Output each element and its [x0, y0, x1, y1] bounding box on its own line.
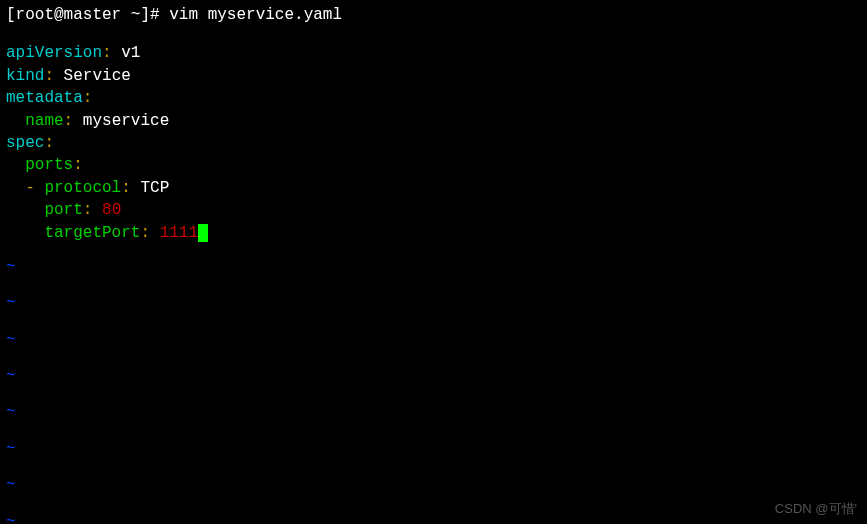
watermark: CSDN @可惜' — [775, 500, 857, 518]
yaml-dash: - — [25, 179, 44, 197]
vim-editor-content[interactable]: apiVersion: v1kind: Servicemetadata: nam… — [6, 42, 861, 244]
yaml-line[interactable]: apiVersion: v1 — [6, 42, 861, 64]
vim-tilde-line: ~ — [6, 438, 861, 460]
vim-tilde-line: ~ — [6, 401, 861, 423]
yaml-colon: : — [121, 179, 131, 197]
yaml-colon: : — [44, 67, 54, 85]
yaml-key: apiVersion — [6, 44, 102, 62]
yaml-value: Service — [54, 67, 131, 85]
yaml-line[interactable]: port: 80 — [6, 199, 861, 221]
yaml-key: metadata — [6, 89, 83, 107]
vim-tilde-line: ~ — [6, 329, 861, 351]
vim-tilde-line: ~ — [6, 511, 861, 524]
yaml-value: 80 — [92, 201, 121, 219]
vim-tilde-line: ~ — [6, 256, 861, 278]
yaml-key: spec — [6, 134, 44, 152]
yaml-line[interactable]: kind: Service — [6, 65, 861, 87]
shell-prompt-line: [root@master ~]# vim myservice.yaml — [6, 4, 861, 26]
yaml-line[interactable]: spec: — [6, 132, 861, 154]
yaml-colon: : — [73, 156, 83, 174]
yaml-key: kind — [6, 67, 44, 85]
vim-tilde-line: ~ — [6, 292, 861, 314]
yaml-line[interactable]: name: myservice — [6, 110, 861, 132]
yaml-colon: : — [83, 89, 93, 107]
yaml-value: 1111 — [150, 224, 198, 242]
yaml-colon: : — [102, 44, 112, 62]
yaml-key: port — [44, 201, 82, 219]
yaml-key: targetPort — [44, 224, 140, 242]
yaml-colon: : — [44, 134, 54, 152]
yaml-colon: : — [140, 224, 150, 242]
prompt-text: [root@master ~]# vim myservice.yaml — [6, 6, 342, 24]
yaml-value: myservice — [73, 112, 169, 130]
yaml-key: name — [25, 112, 63, 130]
yaml-key: protocol — [44, 179, 121, 197]
vim-tilde-line: ~ — [6, 365, 861, 387]
yaml-colon: : — [64, 112, 74, 130]
yaml-line[interactable]: metadata: — [6, 87, 861, 109]
yaml-key: ports — [25, 156, 73, 174]
vim-empty-lines: ~~~~~~~~ — [6, 256, 861, 524]
vim-cursor — [198, 224, 208, 242]
yaml-value: v1 — [112, 44, 141, 62]
vim-tilde-line: ~ — [6, 474, 861, 496]
yaml-value: TCP — [131, 179, 169, 197]
yaml-line[interactable]: - protocol: TCP — [6, 177, 861, 199]
yaml-line[interactable]: targetPort: 1111 — [6, 222, 861, 244]
yaml-colon: : — [83, 201, 93, 219]
yaml-line[interactable]: ports: — [6, 154, 861, 176]
